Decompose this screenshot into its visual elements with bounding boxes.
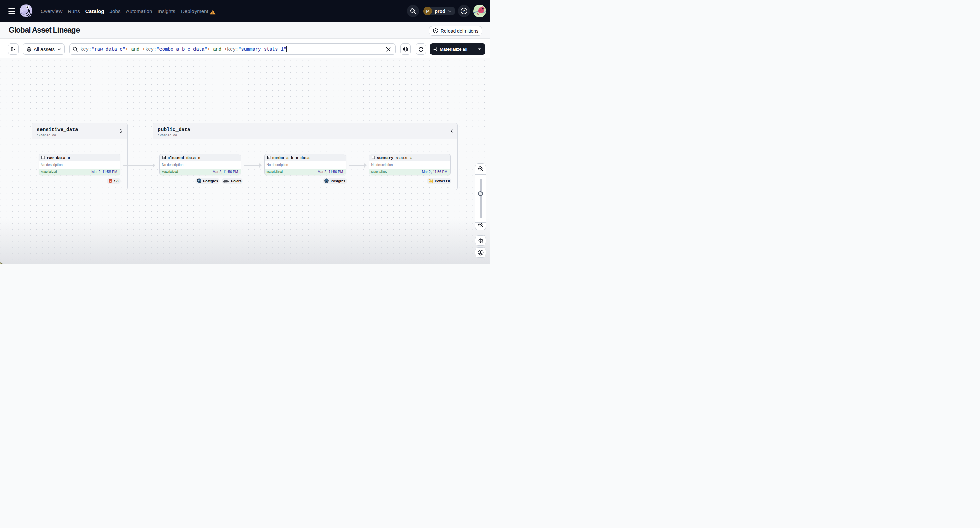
svg-text:?: ? — [463, 9, 465, 13]
